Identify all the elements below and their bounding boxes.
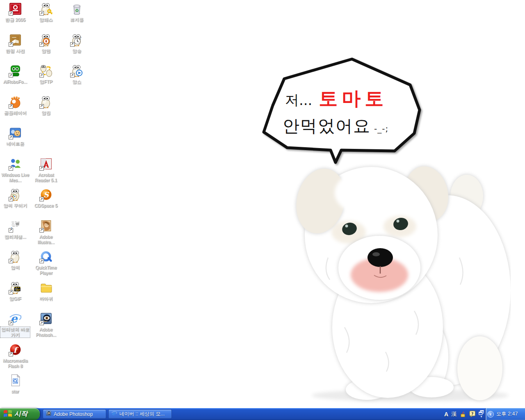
desktop-icon-label: Adobe Photosh... <box>31 326 61 338</box>
desktop-icon-label: 캘리체샘... <box>3 234 27 240</box>
desktop[interactable]: 저... 토마토 안먹었어요 -_-; <box>0 0 525 420</box>
desktop-icon-label: 알송 <box>71 48 82 54</box>
desktop-icon-label: Acrobat Reader 5.1 <box>31 172 61 183</box>
flash-icon: f↗ <box>9 343 22 356</box>
windows-logo-icon <box>3 409 12 419</box>
nateon-icon: ↗ <box>9 126 22 139</box>
desktop-icon-star-doc-25[interactable]: star <box>0 374 30 395</box>
desktop-icon-label: 알FTP <box>39 79 53 85</box>
desktop-icon-egg-key-1[interactable]: ↗알패스 <box>31 2 61 23</box>
messenger-icon: ↗ <box>9 157 22 171</box>
desktop-icon-label: 휴지통 <box>69 17 84 23</box>
photoshop-small-icon <box>46 410 52 418</box>
desktop-icon-nateon-11[interactable]: ↗네이트온 <box>0 126 30 147</box>
desktop-icon-cdspace-15[interactable]: S↗CDSpace 5 <box>31 188 61 209</box>
desktop-icon-photoshop-23[interactable]: ↗Adobe Photosh... <box>31 312 61 338</box>
tray-collapse-chevron[interactable]: ‹ <box>487 411 494 418</box>
taskbar: 시작 Adobe Photoshope 네이버 :: 세상의 모... A 漢 <box>0 408 525 420</box>
desktop-icon-recycle-bin-2[interactable]: ♻휴지통 <box>62 2 92 23</box>
internet-explorer-icon: e ↗ <box>9 312 22 325</box>
desktop-icon-egg-compass-4[interactable]: ↗알맵 <box>31 33 61 54</box>
desktop-icon-label: AiRoboFo... <box>2 79 28 85</box>
desktop-icon-internet-explorer-22[interactable]: e ↗인터넷의 바로 가기 <box>0 312 30 338</box>
desktop-icon-gom-9[interactable]: ↗곰플레이어 <box>0 95 30 116</box>
shortcut-arrow-icon: ↗ <box>39 42 44 47</box>
recycle-bin-icon: ♻ <box>70 2 84 16</box>
desktop-icon-label: 알쇼 <box>71 79 82 85</box>
hanja-indicator[interactable]: 漢 <box>451 411 457 418</box>
desktop-icon-egg-play-8[interactable]: ↗알쇼 <box>62 64 92 85</box>
shortcut-arrow-icon: ↗ <box>9 290 13 294</box>
shortcut-arrow-icon: ↗ <box>39 11 44 16</box>
shortcut-arrow-icon: ↗ <box>9 228 13 233</box>
shortcut-arrow-icon: ↗ <box>39 197 44 201</box>
desktop-icon-flash-24[interactable]: f↗Macromedia Flash 8 <box>0 343 30 369</box>
hwp-icon: ↗ <box>9 2 22 16</box>
shortcut-arrow-icon: ↗ <box>9 42 13 47</box>
svg-text:?: ? <box>471 411 474 416</box>
desktop-icon-label: CDSpace 5 <box>34 203 58 209</box>
shortcut-arrow-icon: ↗ <box>9 11 13 16</box>
start-button[interactable]: 시작 <box>0 408 40 420</box>
ie-small-icon: e <box>111 410 117 418</box>
taskbar-button-0[interactable]: Adobe Photoshop <box>43 409 106 419</box>
desktop-icon-egg-ftp-7[interactable]: ↗알FTP <box>31 64 61 85</box>
photoshop-icon: ↗ <box>39 312 53 325</box>
desktop-icon-egg-gif-20[interactable]: GIF↗알GIF <box>0 281 30 302</box>
desktop-icon-quicktime-19[interactable]: ↗QuickTime Player <box>31 250 61 276</box>
shortcut-arrow-icon: ↗ <box>70 73 75 78</box>
desktop-icon-label: 한컴 사전 <box>5 48 25 54</box>
desktop-icon-label: 한글 2005 <box>4 17 26 23</box>
shortcut-arrow-icon: ↗ <box>39 228 44 233</box>
language-bar: A 漢 ? <box>444 408 484 420</box>
desktop-icon-label: 알패스 <box>39 17 54 23</box>
desktop-icon-dictionary-3[interactable]: ↗한컴 사전 <box>0 33 30 54</box>
desktop-icon-hwp-0[interactable]: ↗한글 2005 <box>0 2 30 23</box>
desktop-icon-acrobat-13[interactable]: ↗Acrobat Reader 5.1 <box>31 157 61 183</box>
shortcut-arrow-icon: ↗ <box>39 104 44 109</box>
desktop-icon-label: 곰플레이어 <box>3 110 27 116</box>
desktop-icon-egg-clock-5[interactable]: ♪↗알송 <box>62 33 92 54</box>
taskbar-buttons: Adobe Photoshope 네이버 :: 세상의 모... <box>43 409 172 419</box>
svg-text:S: S <box>43 191 49 199</box>
shortcut-arrow-icon: ↗ <box>9 73 13 78</box>
quicktime-icon: ↗ <box>39 250 53 263</box>
desktop-icon-illustrator-17[interactable]: ↗Adobe Illustra... <box>31 219 61 245</box>
system-tray: ‹ 오후 2:47 <box>485 408 525 420</box>
desktop-icon-label: Adobe Illustra... <box>31 234 61 245</box>
desktop-icon-label: 알집 <box>41 110 51 116</box>
egg-play-icon: ↗ <box>70 64 84 78</box>
egg-palette-icon: ↗ <box>9 188 22 201</box>
desktop-icon-label: Windows Live Mes... <box>0 172 30 183</box>
shortcut-arrow-icon: ↗ <box>39 259 44 263</box>
ime-pen-icon[interactable] <box>459 411 466 418</box>
taskbar-button-1[interactable]: e 네이버 :: 세상의 모... <box>108 409 172 419</box>
shortcut-arrow-icon: ↗ <box>9 197 13 201</box>
shortcut-arrow-icon: ↗ <box>70 42 75 47</box>
desktop-icon-egg-18[interactable]: ↗알씨 <box>0 250 30 271</box>
ime-help-icon[interactable]: ? <box>469 411 476 418</box>
desktop-icon-label: 알맵 <box>41 48 51 54</box>
ime-language-indicator[interactable]: A <box>444 411 448 418</box>
shortcut-arrow-icon: ↗ <box>9 104 13 109</box>
desktop-icon-calligraphy-16[interactable]: ↗캘리체샘... <box>0 219 30 240</box>
svg-text:GIF: GIF <box>16 289 20 291</box>
desktop-icon-messenger-12[interactable]: ↗Windows Live Mes... <box>0 157 30 183</box>
desktop-icon-label: QuickTime Player <box>31 265 61 276</box>
shortcut-arrow-icon: ↗ <box>39 321 44 325</box>
star-doc-icon <box>9 374 22 387</box>
desktop-icon-folder-21[interactable]: 까마귀 <box>31 281 61 302</box>
desktop-icon-egg-10[interactable]: ↗알집 <box>31 95 61 116</box>
ime-toolbar-window-icon[interactable]: ▼ <box>479 410 484 418</box>
folder-icon <box>39 281 53 294</box>
roboform-icon: ↗ <box>9 64 22 78</box>
taskbar-clock[interactable]: 오후 2:47 <box>496 411 518 418</box>
egg-icon: ↗ <box>9 250 22 263</box>
calligraphy-icon: ↗ <box>9 219 22 233</box>
desktop-icon-egg-palette-14[interactable]: ↗알씨 꾸미기 <box>0 188 30 209</box>
taskbar-button-label: Adobe Photoshop <box>54 411 93 417</box>
desktop-icon-roboform-6[interactable]: ↗AiRoboFo... <box>0 64 30 85</box>
desktop-icon-label: 인터넷의 바로 가기 <box>0 326 30 338</box>
egg-key-icon: ↗ <box>39 2 53 16</box>
desktop-icon-label: 알씨 꾸미기 <box>2 203 28 209</box>
